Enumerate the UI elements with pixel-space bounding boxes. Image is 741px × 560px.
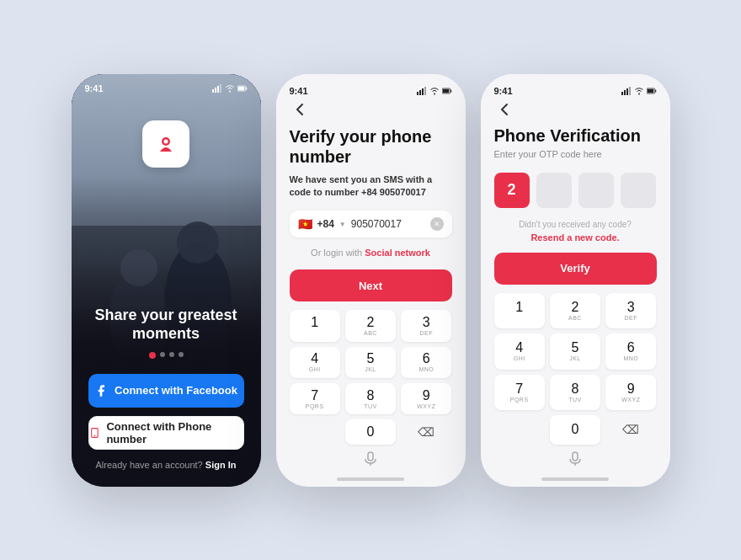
screen2-back-button[interactable] [290,99,310,120]
tagline: Share your greatest moments [88,306,244,344]
app-icon [142,120,189,168]
key-2[interactable]: 2 ABC [345,310,396,341]
keypad-screen2: 1 2 ABC 3 DEF 4 GHI 5 JKL [290,310,452,444]
key3-delete[interactable]: ⌫ [605,415,656,445]
verify-button[interactable]: Verify [494,253,657,285]
mic-row [290,445,452,472]
key-0[interactable]: 0 [345,419,396,444]
svg-rect-29 [626,88,628,95]
otp-box-4[interactable] [621,173,656,208]
svg-rect-21 [424,87,426,95]
country-flag: 🇻🇳 [298,217,312,231]
key-9[interactable]: 9 WXYZ [401,383,451,414]
otp-box-1[interactable]: 2 [494,173,530,208]
key-6[interactable]: 6 MNO [401,347,451,378]
key3-4[interactable]: 4 GHI [494,333,545,370]
svg-rect-20 [422,88,424,95]
svg-rect-12 [246,87,247,89]
status-bar-screen2: 9:41 [290,81,452,96]
key-3[interactable]: 3 DEF [401,310,451,341]
screen3-back-button[interactable] [494,99,514,120]
key-4[interactable]: 4 GHI [290,347,340,378]
next-button-label: Next [359,280,382,292]
screen3-body: Phone Verification Enter your OTP code h… [481,126,670,472]
home-indicator-2 [276,472,466,487]
status-time-3: 9:41 [494,86,513,96]
key3-5[interactable]: 5 JKL [550,333,600,370]
key3-6[interactable]: 6 MNO [605,333,656,370]
signin-link[interactable]: Sign In [205,460,237,470]
svg-point-5 [120,249,157,286]
svg-rect-10 [220,84,221,93]
svg-rect-25 [368,452,373,461]
key-1[interactable]: 1 [290,310,340,341]
svg-rect-23 [450,89,451,92]
otp-box-3[interactable] [578,173,614,208]
facebook-connect-button[interactable]: Connect with Facebook [88,374,244,408]
home-indicator-3 [481,472,670,487]
clear-input-button[interactable]: ✕ [430,217,444,231]
phone-connect-button[interactable]: Connect with Phone number [88,416,244,450]
otp-digit-1: 2 [507,181,515,199]
phone-screen2: 9:41 Verify your phone number We have se… [276,74,466,487]
svg-rect-30 [629,87,631,95]
key-delete[interactable]: ⌫ [401,419,451,444]
key-8[interactable]: 8 TUV [345,383,396,414]
otp-input-row: 2 [494,173,657,208]
screen3-container: 9:41 Phone Verification Enter your OTP c… [481,74,670,487]
mic-icon [365,451,376,467]
screen1-bottom: Share your greatest moments Connect with… [72,306,261,487]
svg-rect-24 [442,88,449,93]
screen2-container: 9:41 Verify your phone number We have se… [276,74,466,487]
status-icons-1 [212,83,248,93]
phone-screen1: 9:41 Share your greatest moments [72,74,261,487]
dot-1 [149,352,156,359]
home-bar-3 [541,477,609,481]
key3-1[interactable]: 1 [494,293,545,329]
key3-8[interactable]: 8 TUV [550,375,600,411]
status-icons-2 [417,86,452,96]
key-5[interactable]: 5 JKL [345,347,396,378]
key3-9[interactable]: 9 WXYZ [605,375,656,411]
status-icons-3 [621,86,657,96]
dropdown-chevron[interactable]: ▼ [339,221,346,228]
social-login-prompt: Or login with Social network [290,248,452,258]
verify-button-label: Verify [560,262,589,275]
social-network-link[interactable]: Social network [365,248,430,258]
dot-4 [179,352,184,357]
svg-point-6 [177,221,219,264]
svg-rect-18 [417,92,418,95]
screen3-header: 9:41 [481,74,670,126]
key3-2[interactable]: 2 ABC [550,293,600,329]
key-empty-left [290,419,340,444]
status-time-2: 9:41 [290,86,308,96]
otp-box-2[interactable] [536,173,572,208]
dot-2 [160,352,165,357]
key3-7[interactable]: 7 PQRS [494,375,545,411]
svg-rect-33 [647,88,653,93]
key3-0[interactable]: 0 [550,415,600,445]
mic-icon-3 [569,451,581,467]
screen2-title: Verify your phone number [290,126,452,167]
country-code: +84 [317,218,334,230]
resend-link[interactable]: Resend a new code. [494,232,657,243]
facebook-button-label: Connect with Facebook [115,384,237,397]
phone-input[interactable]: 🇻🇳 +84 ▼ 905070017 ✕ [290,211,452,237]
keypad-screen3: 1 2 ABC 3 DEF 4 GHI 5 JKL [494,293,657,445]
home-bar-2 [337,477,404,481]
key-7[interactable]: 7 PQRS [290,383,340,414]
phone-number-display: +84 905070017 [361,187,426,197]
signin-prompt: Already have an account? Sign In [96,460,237,470]
key3-empty-left [494,415,545,445]
next-button[interactable]: Next [290,269,452,301]
screen2-body: Verify your phone number We have sent yo… [276,126,466,472]
mic-row-3 [494,445,657,472]
svg-rect-32 [655,89,656,92]
svg-rect-7 [212,89,214,93]
screen2-subtitle: We have sent you an SMS with a code to n… [290,173,452,200]
page-dots [149,352,184,359]
svg-rect-19 [419,90,421,95]
status-bar-screen1: 9:41 [72,74,261,98]
screen1-container: 9:41 Share your greatest moments [72,74,261,487]
key3-3[interactable]: 3 DEF [605,293,656,329]
